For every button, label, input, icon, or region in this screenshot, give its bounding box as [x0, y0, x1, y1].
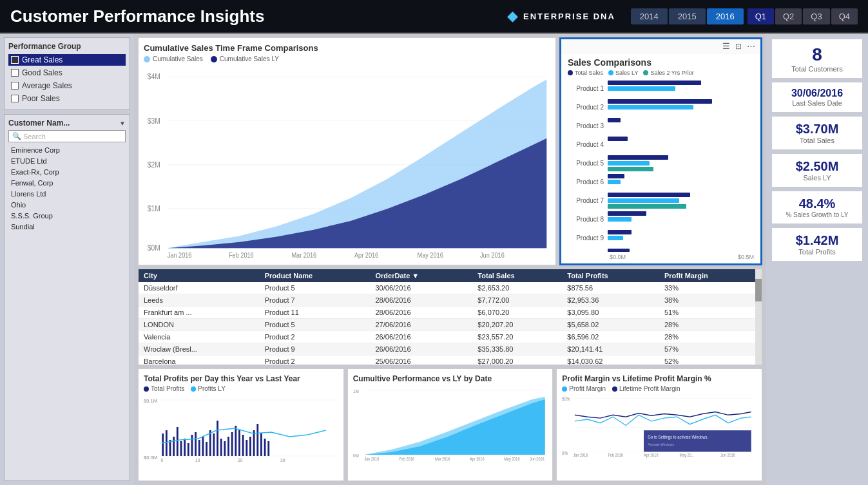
svg-text:50%: 50% — [562, 397, 570, 402]
sc-product-label: Product 7 — [568, 197, 608, 204]
performance-group-title: Performance Group — [8, 42, 126, 51]
cumulative-chart-area: $4M $3M $2M $1M $0M — [144, 66, 550, 260]
table-cell: 28/06/2016 — [370, 294, 472, 307]
customer-panel-title: Customer Nam... ▼ — [8, 119, 126, 128]
sc-bar-bar-total — [608, 81, 701, 85]
table-header-profit-margin[interactable]: Profit Margin — [659, 269, 762, 282]
sc-bar-bar-2yr — [608, 167, 653, 171]
svg-text:$3M: $3M — [148, 117, 160, 125]
sc-bar-group — [608, 155, 754, 171]
table-scroll-thumb[interactable] — [755, 279, 762, 301]
sc-title: Sales Comparisons — [561, 53, 760, 70]
sc-bar-group — [608, 174, 754, 190]
performance-item[interactable]: Great Sales — [8, 54, 126, 66]
customer-item[interactable]: Ohio — [8, 200, 126, 210]
performance-item-label: Average Sales — [22, 81, 72, 90]
quarter-tabs: Q1Q2Q3Q4 — [747, 8, 858, 24]
main-content: Performance Group Great SalesGood SalesA… — [0, 33, 868, 485]
table-cell: 33% — [659, 282, 762, 294]
sales-growth-label: % Sales Growth to LY — [777, 211, 857, 218]
sales-ly-value: $2.50M — [777, 159, 857, 174]
menu-icon[interactable]: ☰ — [722, 41, 730, 51]
svg-text:Mar 2016: Mar 2016 — [435, 456, 450, 461]
performance-item-label: Great Sales — [22, 55, 63, 64]
table-header-orderdate[interactable]: OrderDate ▼ — [370, 269, 472, 282]
year-tab-2016[interactable]: 2016 — [707, 8, 744, 24]
dropdown-icon[interactable]: ▼ — [119, 120, 126, 127]
customer-item[interactable]: Sundial — [8, 222, 126, 232]
svg-rect-22 — [162, 433, 164, 456]
checkbox-icon — [11, 69, 19, 77]
table-row: LONDONProduct 527/06/2016$20,207.20$5,65… — [139, 319, 762, 331]
sc-bar-bar-total — [608, 174, 624, 178]
top-charts-row: Cumulative Sales Time Frame Comparisons … — [138, 37, 762, 265]
table-header-product-name[interactable]: Product Name — [260, 269, 371, 282]
sc-bar-bar-ly — [608, 217, 632, 222]
table-row: BarcelonaProduct 225/06/2016$27,000.20$1… — [139, 356, 762, 366]
profits-legend-label: Profits LY — [198, 385, 226, 392]
table-cell: $875.56 — [562, 282, 659, 294]
customer-item[interactable]: Fenwal, Corp — [8, 178, 126, 188]
svg-rect-50 — [264, 439, 266, 456]
quarter-tab-Q2[interactable]: Q2 — [775, 8, 802, 24]
search-box[interactable]: 🔍 Search — [8, 130, 126, 142]
table-scrollbar[interactable] — [755, 269, 762, 365]
legend-label: Cumulative Sales LY — [220, 55, 279, 62]
table-cell: 30/06/2016 — [370, 282, 472, 294]
sc-bar-group — [608, 118, 754, 134]
performance-item[interactable]: Good Sales — [8, 67, 126, 79]
customer-panel: Customer Nam... ▼ 🔍 Search Eminence Corp… — [4, 114, 130, 481]
customer-item[interactable]: ETUDE Ltd — [8, 156, 126, 166]
svg-rect-37 — [217, 421, 218, 456]
table-row: LeedsProduct 728/06/2016$7,772.00$2,953.… — [139, 294, 762, 307]
performance-item[interactable]: Average Sales — [8, 80, 126, 91]
customer-item[interactable]: Llorens Ltd — [8, 189, 126, 199]
customer-item[interactable]: Eminence Corp — [8, 145, 126, 155]
svg-rect-24 — [169, 440, 171, 456]
sc-product-row: Product 7 — [568, 193, 754, 209]
sc-bar-bar-ly — [608, 105, 693, 109]
customer-item[interactable]: S.S.S. Group — [8, 211, 126, 221]
table-row: DüsseldorfProduct 530/06/2016$2,653.20$8… — [139, 282, 762, 294]
last-sales-date-label: Last Sales Date — [777, 99, 857, 107]
more-icon[interactable]: ⋯ — [747, 41, 755, 51]
svg-text:20: 20 — [238, 458, 243, 462]
quarter-tab-Q1[interactable]: Q1 — [747, 8, 774, 24]
sc-product-row: Product 9 — [568, 230, 754, 246]
quarter-tab-Q4[interactable]: Q4 — [831, 8, 858, 24]
svg-text:Jan 2016: Jan 2016 — [574, 453, 588, 458]
performance-item-label: Poor Sales — [22, 94, 60, 103]
table-header-total-profits[interactable]: Total Profits — [562, 269, 659, 282]
year-tab-2015[interactable]: 2015 — [669, 8, 706, 24]
profits-legend: Total ProfitsProfits LY — [144, 385, 338, 392]
table-header-total-sales[interactable]: Total Sales — [472, 269, 562, 282]
svg-text:Feb 2016: Feb 2016 — [229, 252, 254, 260]
customer-item[interactable]: Exact-Rx, Corp — [8, 167, 126, 177]
table-cell: $2,653.20 — [472, 282, 562, 294]
total-customers-card: 8 Total Customers — [771, 39, 863, 79]
year-tab-2014[interactable]: 2014 — [631, 8, 668, 24]
table-cell: $2,953.36 — [562, 294, 659, 307]
svg-text:10: 10 — [195, 458, 200, 462]
svg-text:May 20...: May 20... — [680, 453, 695, 458]
quarter-tab-Q3[interactable]: Q3 — [803, 8, 829, 24]
sales-ly-card: $2.50M Sales LY — [771, 153, 863, 187]
sales-growth-card: 48.4% % Sales Growth to LY — [771, 191, 863, 224]
table-cell: Wroclaw (Bresl... — [139, 343, 260, 356]
svg-rect-30 — [191, 435, 193, 456]
table-cell: Product 11 — [260, 307, 371, 319]
svg-rect-26 — [177, 427, 178, 456]
table-cell: Leeds — [139, 294, 260, 307]
sc-product-label: Product 2 — [568, 104, 608, 111]
table-header-city[interactable]: City — [139, 269, 260, 282]
sc-product-row: Product 3 — [568, 118, 754, 134]
sc-legend-dot — [568, 70, 573, 75]
performance-item[interactable]: Poor Sales — [8, 93, 126, 104]
sc-bar-group — [608, 99, 754, 115]
svg-rect-49 — [260, 433, 262, 456]
expand-icon[interactable]: ⊡ — [735, 42, 742, 51]
checkbox-icon — [11, 56, 19, 64]
table-cell: $23,557.20 — [472, 331, 562, 343]
sc-bar-bar-total — [608, 99, 712, 104]
legend-label: Cumulative Sales — [153, 55, 203, 62]
